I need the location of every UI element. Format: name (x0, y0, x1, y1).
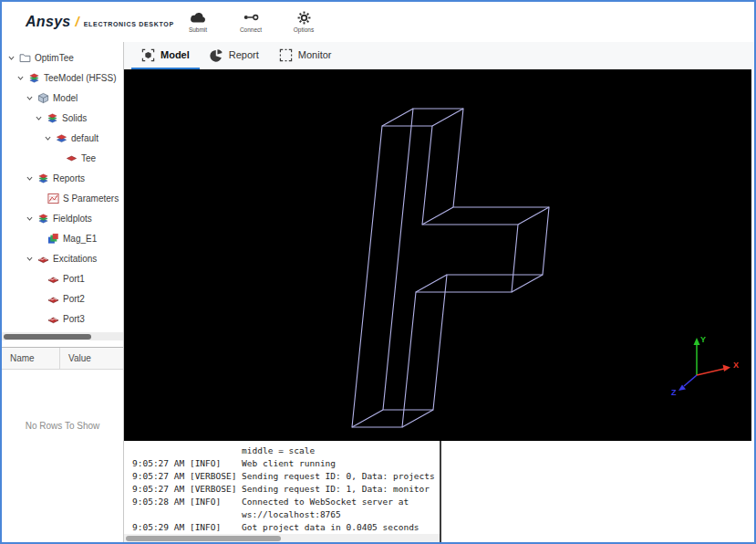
column-header-name[interactable]: Name (2, 348, 60, 369)
cloud-upload-icon (190, 10, 207, 25)
chevron-down-icon[interactable] (44, 134, 52, 142)
log-line: 9:05:29 AM [INFO] Got project data in 0.… (132, 521, 440, 534)
tab-model[interactable]: Model (131, 42, 200, 69)
header-toolbar: Submit Connect (177, 10, 325, 33)
chevron-down-icon[interactable] (26, 94, 34, 102)
tee-wireframe-edges (352, 109, 549, 427)
port-icon (47, 293, 59, 305)
tee-wireframe: Y X Z (124, 69, 751, 441)
header: Ansys / ELECTRONICS DESKTOP Submit (2, 2, 754, 42)
log-line: 9:05:27 AM [VERBOSE] Sending request ID:… (132, 483, 440, 496)
tree-item-label: Mag_E1 (63, 234, 97, 244)
tree-item-mag-e1[interactable]: Mag_E1 (2, 228, 123, 248)
tree-item-label: S Parameters (63, 194, 119, 204)
console-log[interactable]: middle = scale 9:05:27 AM [INFO] Web cli… (124, 441, 440, 542)
tab-label: Report (229, 49, 259, 60)
y-axis-arrow (694, 338, 700, 345)
model-cube-icon (37, 92, 49, 104)
submit-label: Submit (189, 26, 207, 33)
tree-item-label: Port1 (63, 274, 85, 284)
tree-item-label: Port2 (63, 294, 85, 304)
tree-item-tee[interactable]: Tee (2, 148, 123, 168)
chevron-down-icon[interactable] (7, 54, 16, 62)
tree-item-label: OptimTee (35, 53, 74, 63)
material-sheets-icon (56, 132, 67, 144)
tab-bar: Model Report Monitor (124, 42, 754, 69)
design-layers-icon (28, 72, 40, 84)
tree-item-optimtee[interactable]: OptimTee (2, 47, 123, 68)
solids-icon (47, 112, 58, 124)
tree-item-label: Solids (62, 113, 87, 123)
axes-triad: Y X Z (671, 335, 739, 397)
report-tab-icon (210, 48, 223, 62)
tree-scrollbar-thumb[interactable] (4, 334, 91, 340)
connect-button[interactable]: Connect (230, 10, 272, 33)
reports-icon (37, 173, 49, 184)
app-window: Ansys / ELECTRONICS DESKTOP Submit (0, 0, 756, 544)
monitor-tab-icon (279, 48, 293, 62)
options-label: Options (294, 26, 314, 33)
tree-item-label: default (71, 133, 98, 143)
chevron-down-icon[interactable] (35, 114, 43, 122)
connect-label: Connect (240, 26, 262, 33)
tree-horizontal-scrollbar[interactable] (2, 332, 123, 340)
chevron-down-icon[interactable] (26, 255, 34, 263)
tab-label: Monitor (298, 49, 332, 60)
y-axis-label: Y (700, 335, 706, 344)
port-icon (47, 313, 59, 325)
tree-item-label: Reports (53, 173, 85, 183)
folder-icon (19, 52, 31, 64)
fieldplot-result-icon (47, 233, 59, 245)
ansys-logo: Ansys / ELECTRONICS DESKTOP (26, 14, 174, 30)
x-axis-arrow (723, 365, 731, 372)
column-header-value[interactable]: Value (60, 348, 123, 369)
console-horizontal-scrollbar[interactable] (124, 534, 440, 542)
log-line: middle = scale (132, 445, 440, 457)
console-right-panel (441, 441, 754, 542)
logo-wordmark: Ansys (26, 14, 71, 30)
tree-item-port1[interactable]: Port1 (2, 268, 123, 288)
viewport-3d[interactable]: Y X Z (124, 69, 751, 441)
excitations-icon (37, 253, 49, 265)
sidebar: OptimTee TeeModel (HFSS) Model Solids (2, 42, 124, 542)
properties-empty-text: No Rows To Show (2, 421, 123, 431)
tree-item-reports[interactable]: Reports (2, 168, 123, 188)
tree-item-fieldplots[interactable]: Fieldplots (2, 208, 123, 228)
submit-button[interactable]: Submit (177, 10, 219, 33)
logo-slash: / (76, 14, 79, 29)
tree-item-label: Port3 (63, 314, 85, 324)
tree-item-solids[interactable]: Solids (2, 108, 123, 128)
tree-item-teemodel[interactable]: TeeModel (HFSS) (2, 68, 123, 88)
tree-item-model[interactable]: Model (2, 88, 123, 108)
tab-label: Model (161, 49, 190, 60)
port-icon (47, 273, 59, 285)
chart-icon (47, 193, 59, 204)
chevron-down-icon[interactable] (26, 174, 34, 183)
tree-item-port2[interactable]: Port2 (2, 288, 123, 309)
tree-item-label: TeeModel (HFSS) (44, 73, 116, 83)
connect-icon (243, 10, 260, 25)
log-line: 9:05:27 AM [INFO] Web client running (132, 457, 440, 470)
tree-item-default[interactable]: default (2, 128, 123, 148)
x-axis (697, 369, 724, 375)
tree-item-s-parameters[interactable]: S Parameters (2, 188, 123, 208)
gear-icon (297, 10, 311, 25)
tree-item-port3[interactable]: Port3 (2, 309, 123, 329)
tree-item-excitations[interactable]: Excitations (2, 248, 123, 268)
chevron-down-icon[interactable] (16, 74, 25, 82)
chevron-down-icon[interactable] (26, 214, 34, 223)
x-axis-label: X (733, 361, 739, 370)
log-line: ws://localhost:8765 (132, 508, 440, 521)
options-button[interactable]: Options (283, 10, 325, 33)
z-axis (684, 375, 697, 386)
console-scrollbar-thumb[interactable] (126, 536, 281, 541)
product-name: ELECTRONICS DESKTOP (84, 21, 174, 27)
properties-panel: Name Value No Rows To Show (2, 347, 123, 542)
tree-item-label: Excitations (53, 254, 97, 264)
log-line: 9:05:28 AM [INFO] Connected to WebSocket… (132, 496, 440, 508)
tree-item-label: Model (53, 93, 78, 103)
tab-monitor[interactable]: Monitor (269, 42, 342, 69)
solid-sheet-icon (66, 152, 78, 164)
log-line: 9:05:27 AM [VERBOSE] Sending request ID:… (132, 470, 440, 483)
tab-report[interactable]: Report (200, 42, 269, 69)
